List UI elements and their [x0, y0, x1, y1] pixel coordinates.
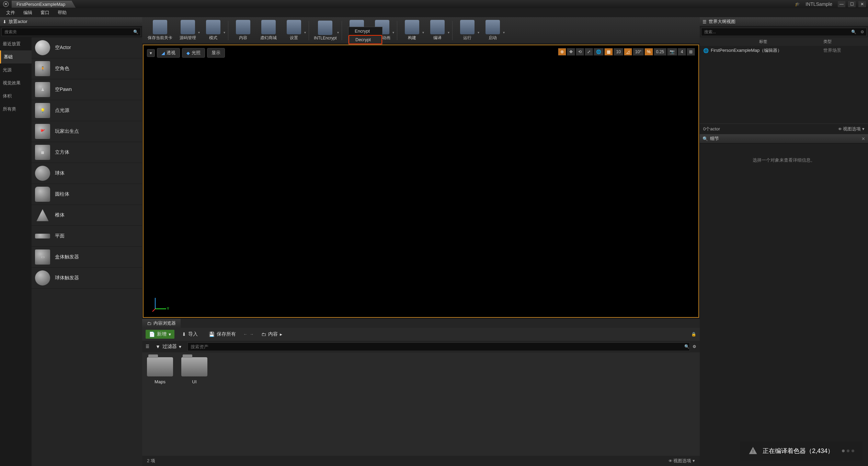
vp-angle-snap[interactable]: ◿ — [624, 48, 632, 56]
menu-help[interactable]: 帮助 — [54, 8, 71, 17]
chevron-down-icon[interactable]: ▾ — [224, 31, 225, 34]
chevron-down-icon[interactable]: ▾ — [392, 31, 394, 34]
actor-label: 圆柱体 — [55, 191, 69, 197]
lock-icon[interactable]: 🔒 — [691, 332, 696, 337]
content-browser-tab[interactable]: 🗀 内容浏览器 — [142, 319, 181, 328]
actor-pawn[interactable]: ♟空Pawn — [32, 79, 142, 100]
path-breadcrumb[interactable]: 🗀 内容 ▸ — [258, 330, 286, 339]
close-button[interactable]: ✕ — [858, 1, 866, 7]
actor-sphere[interactable]: 球体 — [32, 163, 142, 184]
asset-search-input[interactable] — [188, 343, 684, 351]
actor-cone[interactable]: 椎体 — [32, 205, 142, 226]
actor-empty[interactable]: 空Actor — [32, 37, 142, 58]
actor-cylinder[interactable]: 圆柱体 — [32, 184, 142, 205]
actor-boxtrigger[interactable]: ▭盒体触发器 — [32, 247, 142, 268]
vp-cam-speed[interactable]: 4 — [678, 48, 686, 56]
vp-maximize[interactable]: ⊞ — [687, 48, 695, 56]
viewport-perspective[interactable]: ◢透视 — [157, 48, 180, 58]
vp-grid-snap[interactable]: ▦ — [604, 48, 613, 56]
import-button[interactable]: ⬇ 导入 — [179, 330, 201, 339]
toolbar-模式[interactable]: 模式▾ — [201, 19, 226, 42]
chevron-down-icon[interactable]: ▾ — [422, 31, 424, 34]
search-icon[interactable]: 🔍 — [131, 30, 140, 34]
toolbar-源码管理[interactable]: 源码管理▾ — [175, 19, 201, 42]
vp-grid-value[interactable]: 10 — [614, 48, 623, 56]
cat-basic[interactable]: 基础 — [0, 50, 32, 63]
viewport-show[interactable]: 显示 — [207, 48, 225, 58]
toolbar-INTLEncrypt[interactable]: INTLEncrypt▾ — [311, 19, 340, 42]
search-icon[interactable]: 🔍 — [849, 30, 858, 34]
asset-search[interactable]: 🔍 — [187, 342, 690, 351]
chevron-down-icon[interactable]: ▾ — [337, 31, 339, 34]
viewport-lighting[interactable]: ◆光照 — [182, 48, 205, 58]
viewport-options[interactable]: ▾ — [147, 49, 155, 57]
map-tab[interactable]: FirstPersonExampleMap — [12, 1, 76, 8]
outliner-search-input[interactable] — [701, 28, 849, 36]
toolbar-设置[interactable]: 设置▾ — [281, 19, 307, 42]
toolbar-运行[interactable]: 运行▾ — [455, 19, 480, 42]
vp-translate[interactable]: ✥ — [567, 48, 575, 56]
place-search[interactable]: 🔍 — [1, 28, 141, 36]
maximize-button[interactable]: ☐ — [848, 1, 856, 7]
outliner-view-options[interactable]: 视图选项 ▾ — [838, 126, 865, 132]
toolbar-虚幻商城[interactable]: 虚幻商城 — [256, 19, 281, 42]
nav-back[interactable]: ← — [243, 332, 248, 337]
vp-rotate[interactable]: ⟲ — [576, 48, 584, 56]
toolbar-启动[interactable]: 启动▾ — [480, 19, 505, 42]
cb-settings-icon[interactable]: ⚙ — [693, 344, 696, 349]
toolbar-编译[interactable]: 编译▾ — [425, 19, 450, 42]
graduation-icon[interactable]: 🎓 — [795, 2, 800, 7]
chevron-down-icon[interactable]: ▾ — [478, 31, 479, 34]
actor-character[interactable]: 🧍空角色 — [32, 58, 142, 79]
cat-recent[interactable]: 最近放置 — [0, 37, 32, 50]
filters-button[interactable]: ▼ 过滤器 ▾ — [152, 342, 185, 351]
vp-angle-value[interactable]: 10° — [633, 48, 644, 56]
menu-window[interactable]: 窗口 — [36, 8, 54, 17]
col-type[interactable]: 类型 — [823, 39, 865, 45]
vp-scale-value[interactable]: 0.25 — [654, 48, 666, 56]
col-label[interactable]: 标签 — [703, 39, 823, 45]
actor-cube[interactable]: ◼立方体 — [32, 142, 142, 163]
chevron-down-icon[interactable]: ▾ — [304, 31, 306, 34]
chevron-down-icon[interactable]: ▾ — [198, 31, 200, 34]
actor-pointlight[interactable]: 💡点光源 — [32, 100, 142, 121]
cat-lights[interactable]: 光源 — [0, 63, 32, 77]
sources-toggle[interactable]: ☰ — [146, 344, 149, 349]
vp-scale-snap[interactable]: % — [644, 48, 653, 56]
vp-scale[interactable]: ⤢ — [585, 48, 593, 56]
folder-ui[interactable]: UI — [181, 357, 207, 384]
menu-edit[interactable]: 编辑 — [19, 8, 36, 17]
details-close[interactable]: ✕ — [861, 136, 865, 141]
actor-plane[interactable]: 平面 — [32, 226, 142, 247]
toolbar-构建[interactable]: 构建▾ — [399, 19, 425, 42]
menu-file[interactable]: 文件 — [2, 8, 19, 17]
cat-all[interactable]: 所有类 — [0, 103, 32, 116]
save-all-button[interactable]: 💾 保存所有 — [205, 330, 239, 339]
nav-fwd[interactable]: → — [250, 332, 254, 337]
place-search-input[interactable] — [2, 28, 131, 36]
toolbar-保存当前关卡[interactable]: 保存当前关卡 — [145, 19, 175, 42]
cat-volumes[interactable]: 体积 — [0, 90, 32, 103]
outliner-search[interactable]: 🔍 ⚙ — [701, 28, 867, 36]
outliner-filter-icon[interactable]: ⚙ — [858, 30, 866, 34]
cat-visual[interactable]: 视觉效果 — [0, 77, 32, 90]
actor-spheretrigger[interactable]: 球体触发器 — [32, 268, 142, 289]
vp-coord[interactable]: 🌐 — [594, 48, 604, 56]
chevron-down-icon[interactable]: ▾ — [503, 31, 505, 34]
asset-grid[interactable]: Maps UI — [142, 352, 700, 456]
decrypt-menu-item[interactable]: Decrypt — [349, 35, 382, 44]
cb-view-options[interactable]: 视图选项 ▾ — [669, 458, 695, 464]
add-new-button[interactable]: 📄 新增 ▾ — [146, 330, 174, 339]
details-icon: 🔍 — [703, 136, 708, 141]
vp-cam-speed-icon[interactable]: 📷 — [667, 48, 677, 56]
search-icon[interactable]: 🔍 — [684, 344, 689, 349]
chevron-down-icon[interactable]: ▾ — [448, 31, 449, 34]
folder-maps[interactable]: Maps — [147, 357, 173, 384]
vp-select-mode[interactable]: ⊕ — [558, 48, 566, 56]
actor-playerstart[interactable]: 🚩玩家出生点 — [32, 121, 142, 142]
minimize-button[interactable]: — — [838, 1, 845, 7]
toolbar-内容[interactable]: 内容 — [230, 19, 256, 42]
encrypt-menu-item[interactable]: Encrypt — [349, 27, 382, 35]
outliner-row[interactable]: 🌐 FirstPersonExampleMap（编辑器） 世界场景 — [700, 46, 868, 55]
viewport[interactable]: ▾ ◢透视 ◆光照 显示 ⊕ ✥ ⟲ ⤢ 🌐 ▦ 10 ◿ 10° % 0.25… — [143, 45, 699, 318]
